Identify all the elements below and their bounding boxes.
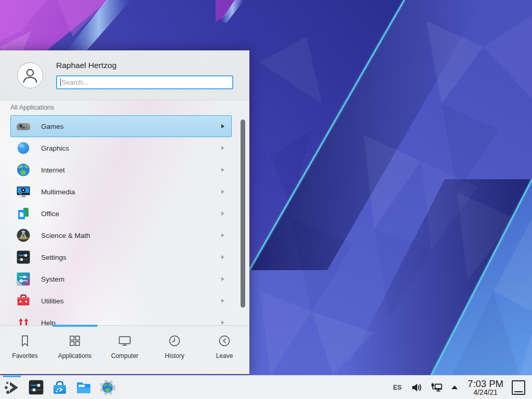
show-desktop-button[interactable] [512, 380, 525, 395]
system-icon [16, 272, 31, 286]
menu-item-help[interactable]: Help [10, 312, 232, 325]
web-browser-button[interactable] [96, 376, 119, 399]
games-icon [16, 119, 31, 134]
help-icon [16, 315, 31, 325]
submenu-arrow-icon [221, 189, 225, 194]
tab-label: Applications [58, 352, 92, 360]
utilities-icon [16, 294, 31, 308]
menu-item-label: Utilities [41, 297, 221, 305]
tab-label: Leave [216, 352, 233, 360]
applications-grid-icon [68, 334, 82, 348]
submenu-arrow-icon [221, 320, 225, 325]
system-settings-icon [28, 379, 44, 395]
discover-button[interactable] [48, 376, 72, 399]
menu-item-label: Games [41, 123, 221, 130]
application-launcher-menu: Raphael Hertzog All Applications [0, 50, 249, 374]
menu-item-label: Multimedia [41, 188, 221, 196]
menu-item-label: Settings [41, 254, 221, 261]
tab-applications[interactable]: Applications [50, 326, 100, 374]
volume-icon[interactable] [407, 382, 427, 393]
submenu-arrow-icon [221, 211, 225, 216]
submenu-arrow-icon [221, 145, 225, 151]
web-browser-globe-icon [99, 379, 116, 396]
menu-item-science-math[interactable]: Science & Math [10, 224, 232, 246]
user-avatar-icon [21, 66, 39, 84]
active-tab-indicator [52, 325, 98, 327]
submenu-arrow-icon [221, 276, 225, 282]
tab-label: History [165, 352, 184, 360]
menu-item-multimedia[interactable]: Multimedia [10, 181, 232, 203]
tab-favorites[interactable]: Favorites [0, 326, 50, 374]
clock-time: 7:03 PM [468, 379, 503, 389]
expand-tray-icon[interactable] [447, 385, 462, 390]
submenu-arrow-icon [221, 233, 225, 238]
launcher-header: Raphael Hertzog [0, 50, 249, 100]
submenu-arrow-icon [221, 167, 225, 172]
keyboard-layout-indicator[interactable]: ES [388, 384, 407, 391]
tab-computer[interactable]: Computer [100, 326, 150, 374]
scrollbar-thumb[interactable] [241, 119, 245, 308]
menu-item-games[interactable]: Games [10, 115, 232, 137]
menu-item-settings[interactable]: Settings [10, 246, 232, 268]
discover-software-center-icon [51, 379, 68, 396]
graphics-icon [16, 141, 31, 155]
launcher-active-indicator [3, 376, 21, 377]
menu-item-utilities[interactable]: Utilities [10, 290, 232, 312]
internet-icon [16, 163, 31, 177]
file-manager-button[interactable] [72, 376, 96, 399]
bookmark-icon [18, 334, 32, 348]
application-launcher-icon [3, 379, 21, 396]
clock-date: 4/24/21 [468, 389, 503, 396]
user-avatar[interactable] [17, 62, 43, 88]
tab-label: Favorites [12, 352, 37, 360]
taskbar: ES [0, 375, 532, 399]
network-icon[interactable] [427, 382, 447, 393]
desktop: Raphael Hertzog All Applications [0, 0, 532, 399]
application-category-list: Games Graphics [0, 115, 249, 325]
section-label: All Applications [10, 104, 54, 111]
office-icon [16, 206, 31, 221]
search-input[interactable] [57, 76, 232, 88]
file-manager-folder-icon [75, 379, 92, 396]
menu-item-internet[interactable]: Internet [10, 159, 232, 181]
application-launcher-button[interactable] [0, 376, 24, 399]
multimedia-icon [16, 184, 31, 199]
menu-item-office[interactable]: Office [10, 203, 232, 224]
text-cursor [60, 78, 61, 86]
settings-icon [16, 250, 31, 264]
computer-icon [118, 334, 131, 348]
system-tray: ES [388, 376, 532, 399]
tab-history[interactable]: History [150, 326, 200, 374]
menu-item-label: Science & Math [41, 232, 221, 240]
clock[interactable]: 7:03 PM 4/24/21 [462, 379, 509, 396]
user-name: Raphael Hertzog [56, 61, 116, 70]
leave-icon [218, 334, 231, 348]
tab-bar: Favorites Applications [0, 325, 249, 374]
science-icon [16, 228, 31, 243]
submenu-arrow-icon [221, 298, 225, 303]
submenu-arrow-icon [221, 124, 225, 129]
show-desktop-icon [514, 391, 523, 392]
menu-item-system[interactable]: System [10, 268, 232, 290]
submenu-arrow-icon [221, 255, 225, 260]
tab-leave[interactable]: Leave [200, 326, 249, 374]
tab-label: Computer [111, 352, 139, 360]
menu-item-label: Internet [41, 166, 221, 174]
system-settings-button[interactable] [24, 376, 48, 399]
menu-item-label: Office [41, 210, 221, 218]
menu-item-graphics[interactable]: Graphics [10, 137, 232, 159]
history-clock-icon [168, 334, 181, 348]
search-field[interactable] [56, 75, 233, 89]
menu-item-label: Graphics [41, 144, 221, 152]
menu-item-label: System [41, 275, 221, 283]
taskbar-launchers [0, 376, 119, 399]
